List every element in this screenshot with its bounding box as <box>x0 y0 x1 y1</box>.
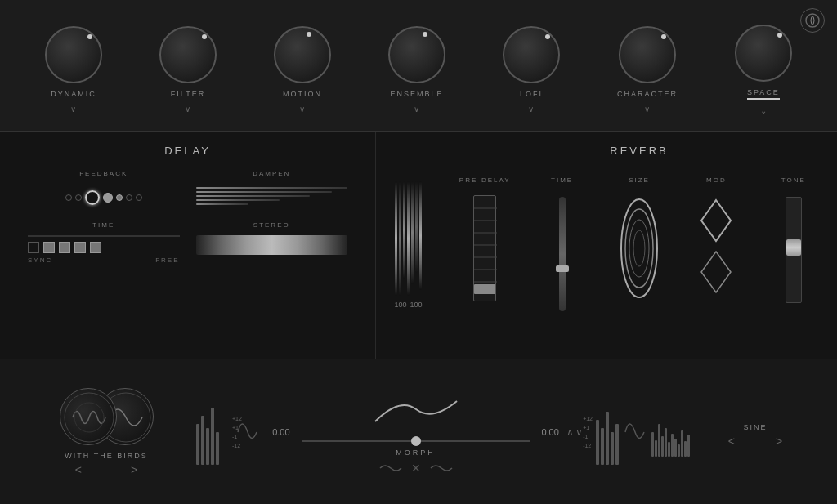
svg-point-8 <box>621 199 657 297</box>
svg-point-10 <box>629 220 649 277</box>
morph-wave-left-icon <box>378 462 403 475</box>
left-waveform-mini <box>232 408 265 457</box>
knob-character[interactable]: CHARACTER ∨ <box>617 26 678 114</box>
reverb-time-slider[interactable] <box>559 197 566 311</box>
dot-large-active[interactable] <box>85 190 100 205</box>
size-param: SIZE <box>609 176 669 306</box>
vert-separator: 100 100 <box>376 132 441 359</box>
right-prev-button[interactable]: < <box>728 435 735 448</box>
tone-slider[interactable] <box>786 197 802 303</box>
delay-title: DELAY <box>20 145 356 157</box>
sq-2[interactable] <box>59 242 70 253</box>
sq-0[interactable] <box>28 242 39 253</box>
db-12-neg-right: -12 <box>583 443 593 448</box>
tone-label: TONE <box>781 176 806 184</box>
rm-4 <box>611 432 614 465</box>
feedback-label: FEEDBACK <box>28 170 180 177</box>
right-up-arrow[interactable]: ∧ <box>566 426 574 438</box>
knob-motion-control[interactable] <box>274 26 331 83</box>
dot-3[interactable] <box>126 194 132 201</box>
size-visual[interactable] <box>619 195 660 301</box>
stereo-label: STEREO <box>196 221 348 229</box>
dot-4[interactable] <box>136 194 142 201</box>
left-next-button[interactable]: > <box>131 463 137 476</box>
right-preset: SINE < > <box>690 417 821 448</box>
knob-dynamic-control[interactable] <box>45 26 102 83</box>
knob-filter[interactable]: FILTER ∨ <box>159 26 217 114</box>
mod-diamonds[interactable] <box>700 198 732 295</box>
left-preset-name: WITH THE BIRDS <box>65 452 147 460</box>
feedback-col: FEEDBACK <box>20 170 188 212</box>
knob-lofi-label: LOFI <box>520 90 543 98</box>
stereo-bar[interactable] <box>196 235 348 255</box>
knob-lofi-control[interactable] <box>503 26 560 83</box>
time-label: TIME <box>28 221 180 229</box>
mod-label: MOD <box>706 176 727 184</box>
dot-1[interactable] <box>65 194 72 201</box>
delay-bottom-row: TIME SYNC FREE STEREO <box>20 221 356 264</box>
svg-marker-13 <box>701 252 731 292</box>
lm-5 <box>216 432 219 465</box>
right-down-arrow[interactable]: ∨ <box>575 426 583 438</box>
feedback-dots[interactable] <box>28 184 180 212</box>
morph-slider-track[interactable] <box>302 440 530 442</box>
morph-value-right: 0.00 <box>534 427 566 437</box>
sep-val-1: 100 <box>394 301 406 309</box>
morph-handle[interactable] <box>411 436 421 446</box>
left-level-meters <box>196 399 229 465</box>
knob-character-control[interactable] <box>619 26 676 83</box>
tone-handle[interactable] <box>786 239 801 256</box>
sync-free: SYNC FREE <box>28 256 180 264</box>
reverb-params: PRE-DELAY TIME <box>454 176 824 346</box>
dot-med[interactable] <box>103 193 113 203</box>
knob-lofi[interactable]: LOFI ∨ <box>503 26 560 114</box>
left-waveform-svg <box>60 389 118 446</box>
lm-3 <box>206 428 209 465</box>
knob-space-control[interactable] <box>735 25 792 82</box>
dampen-line-2 <box>196 191 333 193</box>
left-preset-nav[interactable]: < > <box>75 463 137 476</box>
pre-delay-label: PRE-DELAY <box>459 176 511 184</box>
sq-3[interactable] <box>74 242 86 253</box>
size-svg <box>619 195 660 301</box>
sq-4[interactable] <box>90 242 101 253</box>
knob-dynamic[interactable]: DYNAMIC ∨ <box>45 26 102 114</box>
knob-ensemble[interactable]: ENSEMBLE ∨ <box>388 26 445 114</box>
delay-section: DELAY FEEDBACK DAMPEN <box>0 132 376 359</box>
knob-space[interactable]: SPACE ⌄ <box>735 25 792 115</box>
dampen-line-3 <box>196 195 310 197</box>
rm-3 <box>606 412 609 465</box>
morph-x-icon: ✕ <box>411 462 421 475</box>
sq-1[interactable] <box>43 242 55 253</box>
reverb-time-handle[interactable] <box>556 265 569 272</box>
morph-icons: ✕ <box>378 462 454 475</box>
left-prev-button[interactable]: < <box>75 463 82 476</box>
right-waveform-mini-svg <box>621 408 650 457</box>
pre-delay-slider[interactable] <box>473 195 496 301</box>
rmm-10 <box>681 430 683 457</box>
delay-top-row: FEEDBACK DAMPEN <box>20 170 356 212</box>
middle-section: DELAY FEEDBACK DAMPEN <box>0 131 837 359</box>
mod-param: MOD <box>686 176 746 295</box>
preset-circles-container <box>60 388 154 445</box>
right-meters-group: +12 +1 -1 -12 <box>583 399 619 465</box>
rmm-11 <box>684 441 687 457</box>
dot-fill1[interactable] <box>116 194 123 201</box>
knob-ensemble-control[interactable] <box>388 26 445 83</box>
knob-filter-control[interactable] <box>159 26 217 83</box>
morph-section: MORPH ✕ <box>298 389 534 475</box>
time-squares[interactable] <box>28 242 180 253</box>
right-waveform-mini <box>619 408 651 457</box>
right-mini-meters <box>651 408 690 457</box>
dot-2[interactable] <box>75 194 82 201</box>
dampen-label: DAMPEN <box>196 170 348 177</box>
right-preset-name: SINE <box>743 423 767 431</box>
right-next-button[interactable]: > <box>776 435 782 448</box>
knob-motion[interactable]: MOTION ∨ <box>274 26 331 114</box>
right-preset-nav[interactable]: < > <box>728 435 782 448</box>
size-label: SIZE <box>629 176 650 184</box>
knob-dynamic-label: DYNAMIC <box>51 90 96 98</box>
right-nav-arrows[interactable]: ∧ ∨ <box>566 426 583 438</box>
rmm-5 <box>665 428 667 457</box>
sep-val-2: 100 <box>410 301 423 309</box>
